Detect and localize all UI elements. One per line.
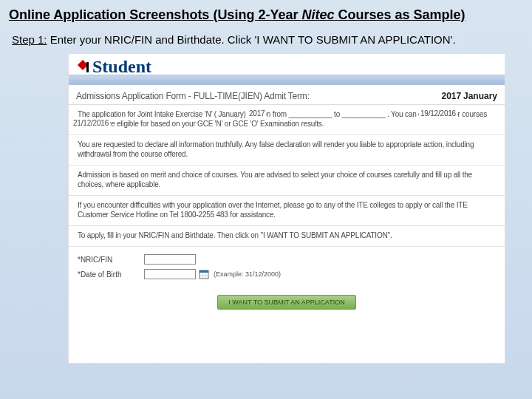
paragraph-apply: To apply, fill in your NRIC/FIN and Birt… <box>69 226 505 247</box>
embedded-screenshot: Student Admissions Application Form - FU… <box>68 53 505 364</box>
admit-term: 2017 January <box>441 91 497 101</box>
app-header: Student <box>69 54 505 85</box>
form-title-row: Admissions Application Form - FULL-TIME(… <box>69 85 505 105</box>
paragraph-difficulties: If you encounter difficulties with your … <box>69 196 505 226</box>
student-logo: Student <box>76 57 151 77</box>
calendar-icon[interactable] <box>199 269 209 279</box>
logo-text: Student <box>92 57 151 77</box>
paragraph-declare: You are requested to declare all informa… <box>69 135 505 166</box>
nric-label: *NRIC/FIN <box>78 256 144 264</box>
dob-label: *Date of Birth <box>78 270 144 279</box>
svg-rect-1 <box>200 270 208 273</box>
form-inputs: *NRIC/FIN *Date of Birth (Example: 31/12… <box>69 247 505 317</box>
slide-title: Online Application Screenshots (Using 2-… <box>9 7 523 23</box>
nric-input[interactable] <box>144 254 196 265</box>
intro-paragraph: The application for Joint Intake Exercis… <box>69 105 505 135</box>
date-start: 19/12/2016 <box>419 109 457 118</box>
date-end: 21/12/2016 <box>72 118 110 128</box>
dob-example: (Example: 31/12/2000) <box>214 270 281 278</box>
paragraph-admission: Admission is based on merit and choice o… <box>69 166 505 196</box>
logo-icon <box>76 60 91 75</box>
year-inline: 2017 <box>248 109 266 118</box>
form-title: Admissions Application Form - FULL-TIME(… <box>76 91 310 101</box>
step-instruction: Step 1: Enter your NRIC/FIN and Birthdat… <box>9 33 523 46</box>
submit-button[interactable]: I WANT TO SUBMIT AN APPLICATION <box>217 295 355 310</box>
dob-input[interactable] <box>144 269 196 279</box>
